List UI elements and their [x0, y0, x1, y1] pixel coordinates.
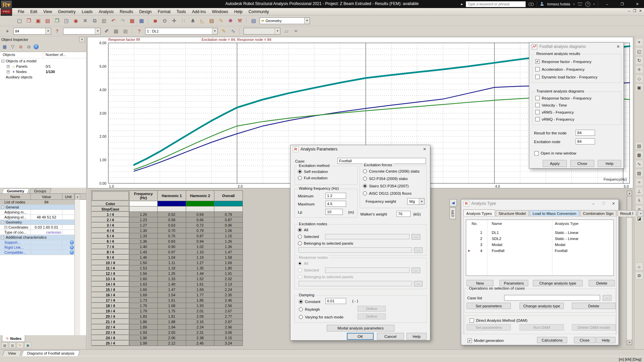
value-cell[interactable]: 1.30 [129, 228, 158, 233]
maximum-input[interactable]: 4.5 [325, 201, 346, 207]
lock-results-icon[interactable]: ◙ [151, 16, 160, 25]
value-cell[interactable]: 1.33 [158, 276, 186, 282]
print-view-icon[interactable]: ▥ [9, 342, 16, 348]
screen-icon[interactable]: ▣ [24, 342, 31, 348]
search-input[interactable] [466, 1, 526, 7]
value-cell[interactable]: 2.00 [158, 330, 186, 335]
settings-icon[interactable]: ⚙ [635, 272, 643, 280]
tab-analysis-types[interactable]: Analysis Types [463, 209, 495, 217]
tab-combination-sign[interactable]: Combination Sign [580, 210, 616, 217]
case-number[interactable]: 1 [476, 231, 482, 235]
set-parameters-button[interactable]: Set parameters [467, 303, 511, 309]
tab-load-to-mass-conversion[interactable]: Load to Mass Conversion [530, 210, 579, 217]
row-header-color[interactable]: Color [92, 201, 129, 206]
value-cell[interactable]: 1.80 [214, 265, 243, 271]
menu-results[interactable]: Results [117, 9, 136, 15]
column-header-value[interactable]: Value [31, 194, 62, 199]
view-rotate-icon[interactable]: ↻ [635, 56, 643, 64]
value-cell[interactable]: 1.94 [158, 324, 186, 330]
minimum-input[interactable]: 1.2 [325, 193, 346, 199]
collapse-icon[interactable]: − [1, 221, 4, 224]
value-cell[interactable]: 2.12 [158, 341, 186, 346]
damping-varying-radio[interactable]: Varying for each mode [296, 314, 343, 320]
value-cell[interactable]: 1.23 [129, 217, 158, 223]
value-cell[interactable]: 1.27 [129, 223, 158, 228]
render-icon[interactable]: ✺ [226, 16, 235, 25]
resonant-dynamic-load-factor-frequency[interactable]: Dynamic load factor - Frequency [532, 73, 621, 81]
undo-icon[interactable]: ↶ [109, 16, 118, 25]
case-type[interactable]: Static - Linear [555, 231, 579, 235]
calculation-report-icon[interactable]: ▦ [137, 16, 146, 25]
value-cell[interactable]: 2.35 [214, 292, 243, 298]
value-cell[interactable]: 2.24 [186, 324, 214, 330]
screen-capture-icon[interactable]: ◉ [71, 16, 80, 25]
property-row-additional-characteristics[interactable]: −Additional characteristics [0, 235, 74, 240]
tools-icon[interactable]: ⚒ [235, 16, 244, 25]
grid-points-icon[interactable]: ∷ [179, 16, 188, 25]
value-cell[interactable]: 1.46 [129, 255, 158, 260]
transient-response-factor-frequency[interactable]: Response factor - Frequency [532, 95, 621, 102]
row-header[interactable]: 4 / 4 [92, 228, 129, 233]
node-number-combo[interactable]: 84▼ [13, 28, 51, 35]
maximize-icon[interactable]: ❐ [598, 199, 608, 207]
column-header-objects[interactable]: Objects [3, 53, 15, 57]
filter-icon[interactable]: ▽ [9, 43, 16, 50]
layout-list-icon[interactable]: ▤ [249, 16, 258, 25]
transient-vrmq-frequency[interactable]: vRMQ - Frequency [532, 116, 621, 123]
properties-scrollbar[interactable]: ▲ [74, 194, 80, 335]
menu-geometry[interactable]: Geometry [55, 9, 79, 15]
zoom-window-icon[interactable]: ◱ [635, 47, 643, 55]
rayleigh-define-button[interactable]: Define [358, 306, 386, 312]
diagram-icon[interactable]: ∿ [635, 160, 643, 168]
menu-format[interactable]: Format [155, 9, 173, 15]
user-name[interactable]: tomasz.fudala [547, 2, 570, 6]
property-row-coordinates[interactable]: +Coordinates0.03 1.60 0.01 [0, 225, 74, 230]
print-icon[interactable]: ▤ [43, 16, 52, 25]
cart-icon[interactable] [578, 2, 582, 7]
row-header[interactable]: 8 / 4 [92, 249, 129, 255]
column-header-harmonic-2[interactable]: Harmonic 2 [186, 191, 214, 201]
case-name[interactable]: Footfall [492, 249, 504, 253]
value-cell[interactable]: 1.27 [186, 260, 214, 265]
set-parameters-button[interactable]: Set parameters [467, 324, 511, 330]
value-cell[interactable]: 1.76 [129, 303, 158, 308]
selection-table-icon[interactable]: ▦ [112, 27, 120, 36]
cancel-button[interactable]: Cancel [377, 333, 404, 340]
row-header[interactable]: 14 / 4 [92, 282, 129, 287]
value-cell[interactable]: 1.81 [158, 314, 186, 319]
value-cell[interactable]: 2.24 [214, 287, 243, 292]
value-cell[interactable]: 1.61 [186, 282, 214, 287]
row-header[interactable]: 15 / 4 [92, 287, 129, 292]
load-case-combo[interactable]: 1 : DL1▼ [145, 28, 218, 35]
excitation-forces-aisc-dg11-2003-floors[interactable]: AISC DG11 (2003) floors [360, 190, 426, 197]
walkers-weight-input[interactable]: 76 [396, 211, 411, 217]
menu-add-ins[interactable]: Add-Ins [189, 9, 209, 15]
tables-icon[interactable]: ▦ [635, 151, 643, 159]
delete-dam-model-button[interactable]: Delete DAM model [572, 324, 615, 330]
tree-item-auxiliary-objects[interactable]: Auxiliary objects [0, 74, 86, 80]
close-icon[interactable]: ✕ [79, 37, 85, 42]
minimize-icon[interactable]: – [588, 199, 598, 207]
scroll-up-icon[interactable]: ▲ [75, 194, 80, 199]
row-header[interactable]: 6 / 4 [92, 239, 129, 244]
value-cell[interactable]: 2.13 [214, 282, 243, 287]
value-cell[interactable]: 0.72 [186, 223, 214, 228]
help-icon[interactable]: ? [34, 44, 39, 49]
section-icon[interactable]: ▨ [207, 16, 216, 25]
pan-icon[interactable]: ✛ [170, 16, 178, 25]
value-cell[interactable]: 0.76 [158, 233, 186, 239]
value-cell[interactable]: 0.66 [186, 217, 214, 223]
row-header[interactable]: 21 / 4 [92, 319, 129, 324]
column-header-no[interactable]: No. [472, 222, 478, 226]
value-cell[interactable]: 2.38 [186, 335, 214, 341]
filter-delete-icon[interactable]: ⊘ [17, 43, 24, 50]
value-cell[interactable]: 1.91 [214, 271, 243, 276]
row-header[interactable]: 16 / 4 [92, 292, 129, 298]
value-cell[interactable]: 2.45 [186, 341, 214, 346]
case-number[interactable]: 4 [476, 249, 482, 253]
value-cell[interactable]: 3.24 [214, 341, 243, 346]
column-header-frequency-hz[interactable]: Frequency (Hz) [129, 191, 158, 201]
collapse-icon[interactable]: − [1, 236, 4, 239]
wave-icon[interactable]: ∿ [229, 27, 237, 36]
value-cell[interactable]: 3.15 [214, 335, 243, 341]
